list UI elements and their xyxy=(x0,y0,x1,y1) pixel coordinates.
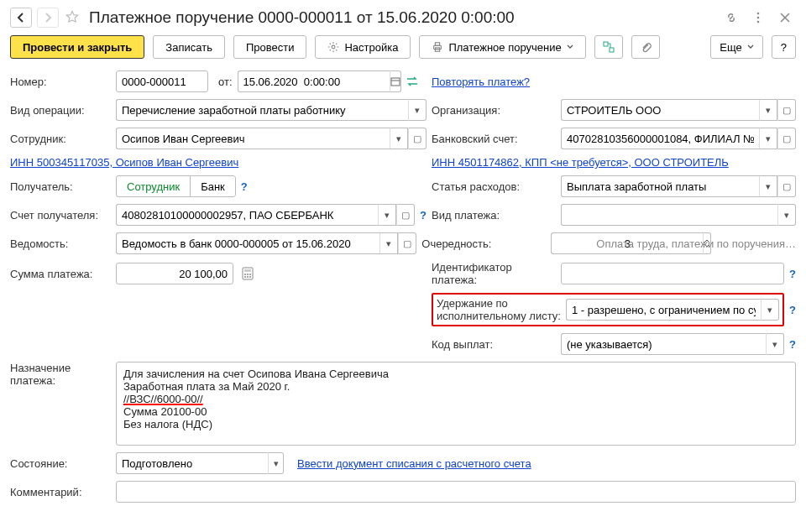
label-paycode: Код выплат: xyxy=(432,338,556,351)
paycode-input[interactable] xyxy=(561,333,766,355)
vedomost-open[interactable]: ▢ xyxy=(398,232,416,254)
svg-point-17 xyxy=(249,276,251,278)
comment-input[interactable] xyxy=(116,481,796,503)
recipient-acc-input[interactable] xyxy=(116,204,378,226)
svg-rect-9 xyxy=(391,78,400,86)
setup-label: Настройка xyxy=(344,41,398,54)
label-employee: Сотрудник: xyxy=(10,133,111,145)
help-button[interactable]: ? xyxy=(772,35,796,59)
seg-employee-button[interactable]: Сотрудник xyxy=(116,175,190,197)
paperclip-icon xyxy=(639,40,652,54)
svg-point-15 xyxy=(244,276,246,278)
op-type-input[interactable] xyxy=(116,99,408,121)
svg-point-14 xyxy=(249,274,251,275)
bank-acc-input[interactable] xyxy=(561,128,759,149)
chevron-down-icon xyxy=(747,44,754,50)
save-button[interactable]: Записать xyxy=(153,35,225,59)
setup-button[interactable]: Настройка xyxy=(315,35,411,59)
number-input[interactable] xyxy=(116,70,208,92)
paycode-help[interactable]: ? xyxy=(789,338,796,351)
withholding-dropdown[interactable]: ▾ xyxy=(761,299,779,321)
employee-open[interactable]: ▢ xyxy=(408,128,427,149)
calculator-icon[interactable] xyxy=(242,267,254,280)
purpose-line3: //ВЗС//6000-00// xyxy=(123,393,203,405)
label-recipient: Получатель: xyxy=(10,180,111,193)
org-open[interactable]: ▢ xyxy=(777,99,796,121)
label-recipient-acc: Счет получателя: xyxy=(10,209,111,222)
post-button[interactable]: Провести xyxy=(233,35,307,59)
paycode-dropdown[interactable]: ▾ xyxy=(766,333,784,355)
label-pay-type: Вид платежа: xyxy=(432,209,556,222)
bank-acc-dropdown[interactable]: ▾ xyxy=(759,128,777,149)
dropdown-caret-icon xyxy=(567,44,573,50)
employee-input[interactable] xyxy=(116,128,390,149)
more-label: Еще xyxy=(720,41,741,54)
repeat-payment-link[interactable]: Повторять платеж? xyxy=(432,76,530,88)
org-input[interactable] xyxy=(561,99,759,121)
inn-org-link[interactable]: ИНН 4501174862, КПП <не требуется>, ООО … xyxy=(432,156,729,169)
star-icon[interactable] xyxy=(64,9,81,26)
print-label: Платежное поручение xyxy=(448,41,561,54)
svg-point-13 xyxy=(247,274,249,275)
expense-item-open[interactable]: ▢ xyxy=(777,175,796,197)
kebab-menu-icon[interactable] xyxy=(747,7,769,29)
vedomost-input[interactable] xyxy=(116,232,379,254)
svg-rect-7 xyxy=(604,42,608,46)
print-button[interactable]: Платежное поручение xyxy=(419,35,585,59)
recipient-help[interactable]: ? xyxy=(241,180,248,193)
recipient-segment: Сотрудник Банк xyxy=(116,175,236,197)
vedomost-dropdown[interactable]: ▾ xyxy=(379,232,398,254)
date-input[interactable] xyxy=(238,70,390,92)
printer-icon xyxy=(432,41,443,53)
svg-point-12 xyxy=(244,274,246,275)
pay-type-input[interactable] xyxy=(561,204,777,226)
purpose-textarea[interactable]: Для зачисления на счет Осипова Ивана Сер… xyxy=(116,362,796,446)
label-ident: Идентификатор платежа: xyxy=(432,261,556,286)
calendar-icon[interactable] xyxy=(390,70,401,92)
withholding-input[interactable] xyxy=(566,299,761,321)
label-comment: Комментарий: xyxy=(10,486,111,498)
ident-input[interactable] xyxy=(561,263,784,284)
structure-button[interactable] xyxy=(594,35,623,59)
link-icon[interactable] xyxy=(720,7,742,29)
label-withholding: Удержание по исполнительному листу: xyxy=(437,297,561,322)
post-and-close-button[interactable]: Провести и закрыть xyxy=(10,35,144,59)
attach-button[interactable] xyxy=(631,35,660,59)
gear-icon xyxy=(327,41,339,53)
svg-point-2 xyxy=(757,21,760,23)
sum-input[interactable] xyxy=(116,263,233,284)
recipient-acc-open[interactable]: ▢ xyxy=(396,204,415,226)
withholding-help[interactable]: ? xyxy=(789,304,796,316)
org-dropdown[interactable]: ▾ xyxy=(759,99,777,121)
structure-icon xyxy=(602,40,615,54)
expense-item-input[interactable] xyxy=(561,175,759,197)
recipient-acc-dropdown[interactable]: ▾ xyxy=(378,204,396,226)
svg-rect-5 xyxy=(436,43,440,46)
seg-bank-button[interactable]: Банк xyxy=(190,175,236,197)
purpose-line1: Для зачисления на счет Осипова Ивана Сер… xyxy=(123,368,788,380)
more-button[interactable]: Еще xyxy=(710,35,762,59)
label-sum: Сумма платежа: xyxy=(10,268,111,280)
svg-rect-8 xyxy=(610,48,614,52)
svg-rect-11 xyxy=(244,269,251,272)
recipient-acc-help[interactable]: ? xyxy=(420,209,427,222)
inn-employee-link[interactable]: ИНН 500345117035, Осипов Иван Сергеевич xyxy=(10,156,238,169)
enter-writeoff-link[interactable]: Ввести документ списания с расчетного сч… xyxy=(297,457,531,470)
bank-acc-open[interactable]: ▢ xyxy=(777,128,796,149)
label-vedomost: Ведомость: xyxy=(10,237,111,250)
page-title: Платежное поручение 0000-000011 от 15.06… xyxy=(89,8,715,27)
label-number: Номер: xyxy=(10,76,111,88)
ident-help[interactable]: ? xyxy=(789,268,796,280)
priority-note: Оплата труда, платежи по поручения… xyxy=(596,237,796,250)
nav-back-button[interactable] xyxy=(10,8,32,28)
transfer-icon[interactable] xyxy=(406,76,419,87)
pay-type-dropdown[interactable]: ▾ xyxy=(777,204,796,226)
op-type-dropdown[interactable]: ▾ xyxy=(408,99,427,121)
employee-dropdown[interactable]: ▾ xyxy=(390,128,408,149)
nav-forward-button[interactable] xyxy=(37,8,59,28)
status-dropdown[interactable]: ▾ xyxy=(268,452,284,474)
expense-item-dropdown[interactable]: ▾ xyxy=(759,175,777,197)
status-input[interactable] xyxy=(116,452,268,474)
close-icon[interactable] xyxy=(774,7,796,29)
svg-point-3 xyxy=(332,45,335,49)
